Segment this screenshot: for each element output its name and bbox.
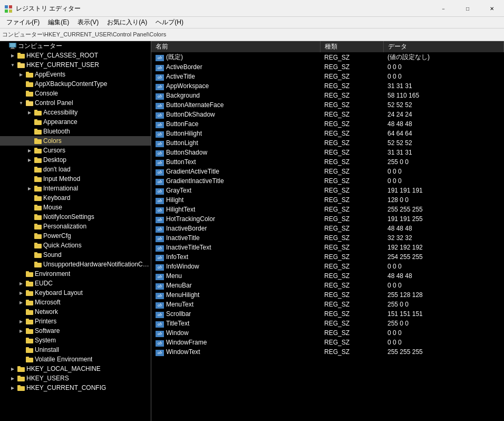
column-name[interactable]: 名前 xyxy=(151,41,320,52)
table-row[interactable]: abHilightTextREG_SZ255 255 255 xyxy=(151,205,504,214)
tree-item-appxbackupcontenttype[interactable]: AppXBackupContentType xyxy=(0,79,151,89)
tree-item-input_method[interactable]: Input Method xyxy=(0,174,151,184)
table-row[interactable]: abBackgroundREG_SZ58 110 165 xyxy=(151,91,504,100)
tree-item-bluetooth[interactable]: Bluetooth xyxy=(0,127,151,136)
table-row[interactable]: abGradientInactiveTitleREG_SZ0 0 0 xyxy=(151,176,504,186)
table-row[interactable]: abHilightREG_SZ128 0 0 xyxy=(151,195,504,205)
table-row[interactable]: abActiveTitleREG_SZ0 0 0 xyxy=(151,72,504,81)
tree-label-cursors: Cursors xyxy=(43,147,65,154)
table-row[interactable]: abInactiveTitleREG_SZ32 32 32 xyxy=(151,233,504,243)
tree-item-software[interactable]: ▶Software xyxy=(0,326,151,336)
tree-item-powercfg[interactable]: PowerCfg xyxy=(0,231,151,241)
table-row[interactable]: abButtonTextREG_SZ255 0 0 xyxy=(151,157,504,167)
tree-item-eudc[interactable]: ▶EUDC xyxy=(0,279,151,288)
tree-item-mouse[interactable]: Mouse xyxy=(0,203,151,212)
table-row[interactable]: abMenuREG_SZ48 48 48 xyxy=(151,271,504,281)
table-row[interactable]: abScrollbarREG_SZ151 151 151 xyxy=(151,309,504,319)
tree-item-accessibility[interactable]: ▶Accessibility xyxy=(0,108,151,117)
cell-name: abActiveBorder xyxy=(151,62,320,72)
tree-item-notifyiconsettings[interactable]: NotifyIconSettings xyxy=(0,212,151,222)
table-row[interactable]: abMenuHilightREG_SZ255 128 128 xyxy=(151,290,504,300)
tree-label-control_panel: Control Panel xyxy=(35,99,73,107)
tree-toggle-software: ▶ xyxy=(17,327,25,335)
table-row[interactable]: abMenuBarREG_SZ0 0 0 xyxy=(151,281,504,290)
tree-item-sound[interactable]: Sound xyxy=(0,250,151,260)
tree-toggle-volatile_environment xyxy=(17,355,25,363)
table-row[interactable]: abMenuTextREG_SZ255 0 0 xyxy=(151,300,504,309)
tree-item-printers[interactable]: ▶Printers xyxy=(0,317,151,326)
table-row[interactable]: abHotTrackingColorREG_SZ191 191 255 xyxy=(151,214,504,224)
minimize-button[interactable]: － xyxy=(431,1,455,17)
tree-item-environment[interactable]: Environment xyxy=(0,269,151,279)
table-row[interactable]: abButtonDkShadowREG_SZ24 24 24 xyxy=(151,110,504,119)
tree-item-colors[interactable]: Colors xyxy=(0,136,151,146)
tree-item-computer[interactable]: コンピューター xyxy=(0,41,151,51)
tree-panel[interactable]: コンピューター▶HKEY_CLASSES_ROOT▼HKEY_CURRENT_U… xyxy=(0,41,151,421)
tree-item-appearance[interactable]: Appearance xyxy=(0,117,151,127)
table-row[interactable]: abButtonLightREG_SZ52 52 52 xyxy=(151,138,504,148)
table-row[interactable]: ab(既定)REG_SZ(値の設定なし) xyxy=(151,52,504,62)
table-row[interactable]: abAppWorkspaceREG_SZ31 31 31 xyxy=(151,81,504,91)
tree-item-personalization[interactable]: Personalization xyxy=(0,222,151,231)
tree-item-hkey_local_machine[interactable]: ▶HKEY_LOCAL_MACHINE xyxy=(0,364,151,374)
tree-item-hkey_users[interactable]: ▶HKEY_USERS xyxy=(0,374,151,383)
cell-type: REG_SZ xyxy=(320,309,383,319)
column-type[interactable]: 種類 xyxy=(320,41,383,52)
app-icon xyxy=(4,5,13,13)
menu-item-file[interactable]: ファイル(F) xyxy=(2,17,44,28)
maximize-button[interactable]: □ xyxy=(455,1,480,17)
table-row[interactable]: abTitleTextREG_SZ255 0 0 xyxy=(151,319,504,328)
table-row[interactable]: abWindowREG_SZ0 0 0 xyxy=(151,328,504,338)
data-panel[interactable]: 名前 種類 データ ab(既定)REG_SZ(値の設定なし)abActiveBo… xyxy=(151,41,504,421)
tree-item-hkey_current_config[interactable]: ▶HKEY_CURRENT_CONFIG xyxy=(0,383,151,393)
table-row[interactable]: abWindowTextREG_SZ255 255 255 xyxy=(151,347,504,357)
tree-label-microsoft: Microsoft xyxy=(35,299,61,306)
table-row[interactable]: abButtonShadowREG_SZ31 31 31 xyxy=(151,148,504,157)
table-row[interactable]: abButtonAlternateFaceREG_SZ52 52 52 xyxy=(151,100,504,110)
folder-icon-hkey_local_machine xyxy=(17,365,25,373)
tree-toggle-input_method xyxy=(25,175,34,183)
tree-item-desktop[interactable]: ▶Desktop xyxy=(0,155,151,165)
table-row[interactable]: abGrayTextREG_SZ191 191 191 xyxy=(151,186,504,195)
menu-item-edit[interactable]: 編集(E) xyxy=(44,17,73,28)
close-button[interactable]: ✕ xyxy=(480,1,504,17)
tree-item-international[interactable]: ▶International xyxy=(0,184,151,193)
tree-item-hkey_classes_root[interactable]: ▶HKEY_CLASSES_ROOT xyxy=(0,51,151,60)
folder-icon-network xyxy=(25,308,34,316)
tree-item-cursors[interactable]: ▶Cursors xyxy=(0,146,151,155)
tree-item-volatile_environment[interactable]: Volatile Environment xyxy=(0,355,151,364)
tree-item-unsupportedhardware[interactable]: UnsupportedHardwareNotificationCache xyxy=(0,260,151,269)
tree-item-control_panel[interactable]: ▼Control Panel xyxy=(0,98,151,108)
tree-item-keyboard[interactable]: Keyboard xyxy=(0,193,151,203)
tree-item-dont_load[interactable]: don't load xyxy=(0,165,151,174)
table-row[interactable]: abInactiveBorderREG_SZ48 48 48 xyxy=(151,224,504,233)
tree-item-quick_actions[interactable]: Quick Actions xyxy=(0,241,151,250)
menu-item-help[interactable]: ヘルプ(H) xyxy=(151,17,188,28)
cell-data: 128 0 0 xyxy=(383,195,504,205)
cell-name: abHilightText xyxy=(151,205,320,214)
table-row[interactable]: abActiveBorderREG_SZ0 0 0 xyxy=(151,62,504,72)
table-row[interactable]: abButtonHilightREG_SZ64 64 64 xyxy=(151,129,504,138)
tree-label-international: International xyxy=(43,185,78,192)
tree-item-uninstall[interactable]: Uninstall xyxy=(0,345,151,355)
table-row[interactable]: abInfoTextREG_SZ254 255 255 xyxy=(151,252,504,262)
menu-item-favorites[interactable]: お気に入り(A) xyxy=(103,17,151,28)
menu-item-view[interactable]: 表示(V) xyxy=(73,17,103,28)
tree-item-appevents[interactable]: ▶AppEvents xyxy=(0,70,151,79)
tree-toggle-powercfg xyxy=(25,232,34,240)
cell-name: abGradientInactiveTitle xyxy=(151,176,320,186)
table-row[interactable]: abWindowFrameREG_SZ0 0 0 xyxy=(151,338,504,347)
folder-icon-input_method xyxy=(34,175,42,183)
tree-item-keyboard_layout[interactable]: ▶Keyboard Layout xyxy=(0,288,151,298)
table-row[interactable]: abButtonFaceREG_SZ48 48 48 xyxy=(151,119,504,129)
tree-item-network[interactable]: Network xyxy=(0,307,151,317)
cell-data: 31 31 31 xyxy=(383,81,504,91)
tree-item-system[interactable]: System xyxy=(0,336,151,345)
table-row[interactable]: abInactiveTitleTextREG_SZ192 192 192 xyxy=(151,243,504,252)
tree-item-console[interactable]: Console xyxy=(0,89,151,98)
column-data[interactable]: データ xyxy=(383,41,504,52)
tree-item-microsoft[interactable]: ▶Microsoft xyxy=(0,298,151,307)
table-row[interactable]: abGradientActiveTitleREG_SZ0 0 0 xyxy=(151,167,504,176)
table-row[interactable]: abInfoWindowREG_SZ0 0 0 xyxy=(151,262,504,271)
tree-item-hkey_current_user[interactable]: ▼HKEY_CURRENT_USER xyxy=(0,60,151,70)
